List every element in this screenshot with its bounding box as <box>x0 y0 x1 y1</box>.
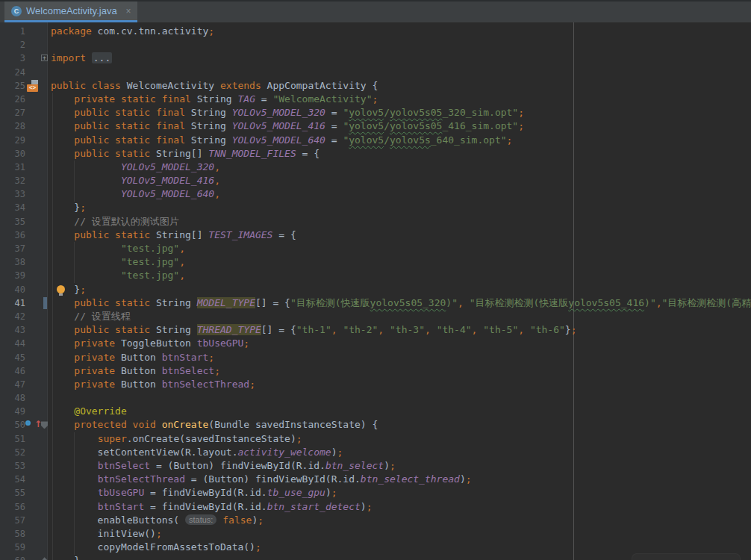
line-number[interactable]: 50 <box>0 418 25 432</box>
tab-close-icon[interactable]: × <box>126 6 131 16</box>
code-line[interactable]: 54 btnSelectThread = (Button) findViewBy… <box>0 473 751 486</box>
line-number[interactable]: 58 <box>0 527 25 541</box>
fold-collapse-end-icon[interactable] <box>41 557 48 560</box>
line-number[interactable]: 30 <box>0 147 25 161</box>
line-number[interactable]: 39 <box>0 269 25 282</box>
code-line[interactable]: 49 @Override <box>0 405 751 418</box>
gutter-cell[interactable]: 53 <box>0 459 48 473</box>
gutter-cell[interactable]: 37 <box>0 242 48 255</box>
line-number[interactable]: 47 <box>0 378 25 391</box>
code-line[interactable]: 33 YOLOv5_MODEL_640, <box>0 187 751 201</box>
code-line[interactable]: 47 private Button btnSelectThread; <box>0 378 751 391</box>
line-number[interactable]: 57 <box>0 514 25 527</box>
gutter-cell[interactable]: 33 <box>0 187 48 201</box>
gutter-cell[interactable]: 43 <box>0 323 48 337</box>
line-number[interactable]: 60 <box>0 554 25 560</box>
line-number[interactable]: 48 <box>0 391 25 405</box>
line-number[interactable]: 42 <box>0 310 25 323</box>
gutter-cell[interactable]: 2 <box>0 38 48 52</box>
code-line[interactable]: 42 // 设置线程 <box>0 310 751 323</box>
code-line[interactable]: 55 tbUseGPU = findViewById(R.id.tb_use_g… <box>0 486 751 500</box>
line-number[interactable]: 1 <box>0 25 25 38</box>
gutter-cell[interactable]: 52 <box>0 446 48 459</box>
code-line[interactable]: 39 "test.jpg", <box>0 269 751 282</box>
gutter-cell[interactable]: 24 <box>0 66 48 79</box>
gutter-cell[interactable]: 59 <box>0 541 48 554</box>
line-number[interactable]: 27 <box>0 106 25 119</box>
line-number[interactable]: 37 <box>0 242 25 255</box>
gutter-cell[interactable]: 32 <box>0 174 48 187</box>
code-line[interactable]: 52 setContentView(R.layout.activity_welc… <box>0 446 751 459</box>
line-number[interactable]: 2 <box>0 38 25 52</box>
code-line[interactable]: 37 "test.jpg", <box>0 242 751 255</box>
gutter-cell[interactable]: 40 <box>0 283 48 296</box>
gutter-cell[interactable]: 31 <box>0 161 48 174</box>
line-number[interactable]: 52 <box>0 446 25 459</box>
line-number[interactable]: 24 <box>0 66 25 79</box>
line-number[interactable]: 38 <box>0 255 25 269</box>
code-line[interactable]: 35 // 设置默认的测试图片 <box>0 215 751 228</box>
code-line[interactable]: 26 private static final String TAG = "We… <box>0 93 751 106</box>
line-number[interactable]: 54 <box>0 473 25 486</box>
gutter-cell[interactable]: 45 <box>0 351 48 364</box>
android-layout-icon[interactable]: <> <box>27 81 38 92</box>
line-number[interactable]: 32 <box>0 174 25 187</box>
line-number[interactable]: 26 <box>0 93 25 106</box>
line-number[interactable]: 56 <box>0 500 25 514</box>
code-line[interactable]: 57 enableButtons( status: false); <box>0 514 751 527</box>
line-number[interactable]: 41 <box>0 296 25 310</box>
gutter-cell[interactable]: 44 <box>0 337 48 350</box>
gutter-cell[interactable]: 38 <box>0 255 48 269</box>
line-number[interactable]: 34 <box>0 201 25 214</box>
code-line[interactable]: 27 public static final String YOLOv5_MOD… <box>0 106 751 119</box>
line-number[interactable]: 3 <box>0 52 25 65</box>
gutter-cell[interactable]: 28 <box>0 119 48 133</box>
gutter-cell[interactable]: 25<> <box>0 79 48 93</box>
code-line[interactable]: 40 }; <box>0 283 751 296</box>
line-number[interactable]: 46 <box>0 364 25 378</box>
line-number[interactable]: 36 <box>0 228 25 242</box>
gutter-cell[interactable]: 39 <box>0 269 48 282</box>
gutter-cell[interactable]: 51 <box>0 432 48 446</box>
gutter-cell[interactable]: 26 <box>0 93 48 106</box>
code-line[interactable]: 38 "test.jpg", <box>0 255 751 269</box>
code-line[interactable]: 43 public static String THREAD_TYPE[] = … <box>0 323 751 337</box>
code-line[interactable]: 58 initView(); <box>0 527 751 541</box>
code-line[interactable]: 3+import ... <box>0 52 751 65</box>
code-line[interactable]: 44 private ToggleButton tbUseGPU; <box>0 337 751 350</box>
code-lines[interactable]: 1package com.cv.tnn.activity;23+import .… <box>0 25 751 560</box>
code-line[interactable]: 53 btnSelect = (Button) findViewById(R.i… <box>0 459 751 473</box>
gutter-cell[interactable]: 56 <box>0 500 48 514</box>
gutter-cell[interactable]: 48 <box>0 391 48 405</box>
tab-welcomeactivity-java[interactable]: C WelcomeActivity.java × <box>4 1 137 22</box>
code-line[interactable]: 31 YOLOv5_MODEL_320, <box>0 161 751 174</box>
gutter-cell[interactable]: 60 <box>0 554 48 560</box>
gutter-cell[interactable]: 29 <box>0 134 48 147</box>
code-line[interactable]: 32 YOLOv5_MODEL_416, <box>0 174 751 187</box>
gutter-cell[interactable]: 27 <box>0 106 48 119</box>
gutter-cell[interactable]: 57 <box>0 514 48 527</box>
line-number[interactable]: 53 <box>0 459 25 473</box>
line-number[interactable]: 49 <box>0 405 25 418</box>
gutter-cell[interactable]: 42 <box>0 310 48 323</box>
line-number[interactable]: 40 <box>0 283 25 296</box>
line-number[interactable]: 44 <box>0 337 25 350</box>
gutter-cell[interactable]: 55 <box>0 486 48 500</box>
gutter-cell[interactable]: 3+ <box>0 52 48 65</box>
code-line[interactable]: 50↑ protected void onCreate(Bundle saved… <box>0 418 751 432</box>
gutter-cell[interactable]: 41 <box>0 296 48 310</box>
code-line[interactable]: 46 private Button btnSelect; <box>0 364 751 378</box>
code-line[interactable]: 24 <box>0 66 751 79</box>
gutter-cell[interactable]: 46 <box>0 364 48 378</box>
code-line[interactable]: 36 public static String[] TEST_IMAGES = … <box>0 228 751 242</box>
overrides-method-icon[interactable]: ↑ <box>25 420 39 430</box>
gutter-cell[interactable]: 34 <box>0 201 48 214</box>
code-line[interactable]: 59 copyModelFromAssetsToData(); <box>0 541 751 554</box>
code-line[interactable]: 34 }; <box>0 201 751 214</box>
gutter-cell[interactable]: 54 <box>0 473 48 486</box>
gutter-cell[interactable]: 1 <box>0 25 48 38</box>
gutter-cell[interactable]: 58 <box>0 527 48 541</box>
line-number[interactable]: 45 <box>0 351 25 364</box>
code-line[interactable]: 29 public static final String YOLOv5_MOD… <box>0 134 751 147</box>
code-line[interactable]: 45 private Button btnStart; <box>0 351 751 364</box>
